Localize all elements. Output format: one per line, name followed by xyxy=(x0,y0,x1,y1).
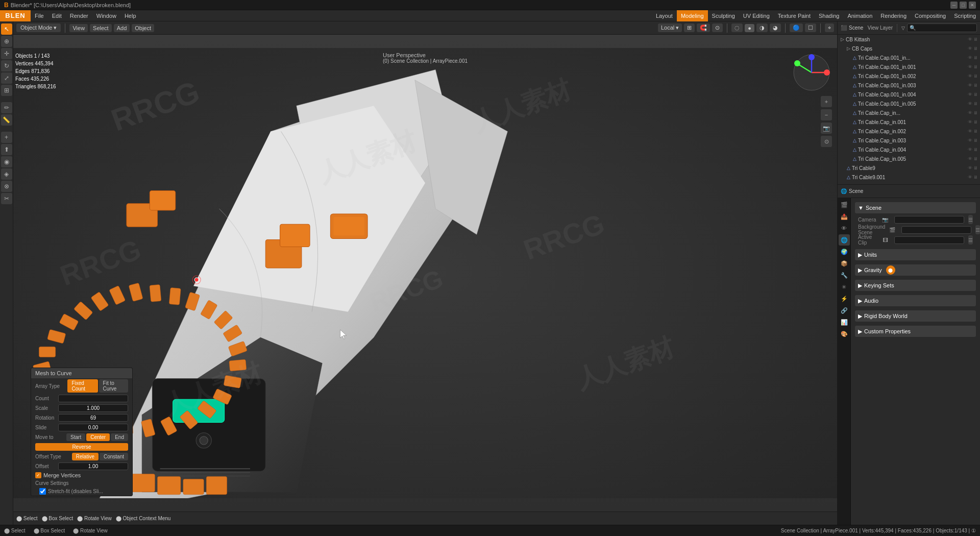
relative-btn[interactable]: Relative xyxy=(72,453,99,460)
tab-physics[interactable]: ⚡ xyxy=(839,293,850,304)
toolbar-rotate[interactable]: ↻ xyxy=(1,60,12,71)
bg-scene-input[interactable] xyxy=(901,226,971,234)
vp-local-btn[interactable]: Local ▾ xyxy=(658,23,682,32)
slide-input[interactable] xyxy=(58,424,128,431)
constant-btn[interactable]: Constant xyxy=(100,453,128,460)
center-btn[interactable]: Center xyxy=(86,433,110,441)
footer-select[interactable]: ⬤ Select xyxy=(16,516,38,521)
toolbar-scale[interactable]: ⤢ xyxy=(1,72,12,84)
camera-view-button[interactable]: 📷 xyxy=(821,123,832,134)
audio-section-header[interactable]: ▶ Audio xyxy=(855,295,976,306)
camera-browse-btn[interactable]: ☰ xyxy=(968,215,973,224)
rotation-input[interactable] xyxy=(58,414,128,422)
toolbar-bevel[interactable]: ◈ xyxy=(1,168,12,180)
toolbar-move[interactable]: ✛ xyxy=(1,48,12,59)
close-button[interactable]: ✕ xyxy=(969,2,976,9)
outliner-item[interactable]: △ Tri Cable.Cap.001_in.001 👁 🖥 xyxy=(838,62,980,71)
offset-input[interactable] xyxy=(58,462,128,470)
gravity-section-header[interactable]: ▶ Gravity ⬤ xyxy=(855,264,976,276)
tab-object[interactable]: 📦 xyxy=(839,258,850,269)
tab-particles[interactable]: ✳ xyxy=(839,281,850,293)
workspace-compositing[interactable]: Compositing xyxy=(911,10,950,21)
gravity-toggle[interactable]: ⬤ xyxy=(886,265,895,275)
workspace-layout[interactable]: Layout xyxy=(652,10,677,21)
vp-xray-btn[interactable]: ☐ xyxy=(805,23,816,32)
workspace-sculpting[interactable]: Sculpting xyxy=(708,10,739,21)
workspace-uv-editing[interactable]: UV Editing xyxy=(739,10,774,21)
menu-window[interactable]: Window xyxy=(92,10,120,21)
outliner-item[interactable]: △ Tri Cable.Cap.001_in.005 👁 🖥 xyxy=(838,99,980,108)
orbit-button[interactable]: ⊙ xyxy=(821,136,832,147)
vp-object-menu[interactable]: Object xyxy=(132,24,154,32)
outliner-item[interactable]: △ Tri Cable.Cap_in.005 👁 🖥 xyxy=(838,154,980,163)
toolbar-add[interactable]: + xyxy=(1,132,12,143)
bg-scene-browse-btn[interactable]: ☰ xyxy=(975,225,980,234)
outliner-item[interactable]: △ Tri Cable.Cap.001_in.004 👁 🖥 xyxy=(838,90,980,99)
menu-edit[interactable]: Edit xyxy=(48,10,66,21)
filter-icon[interactable]: ▽ xyxy=(901,26,905,31)
tab-modifier[interactable]: 🔧 xyxy=(839,270,850,281)
menu-render[interactable]: Render xyxy=(66,10,92,21)
active-clip-input[interactable] xyxy=(894,236,964,244)
outliner-item[interactable]: ▷ CB Kittash 👁 🖥 xyxy=(838,35,980,44)
zoom-out-button[interactable]: − xyxy=(821,109,832,120)
toolbar-loopcut[interactable]: ⊗ xyxy=(1,181,12,192)
workspace-scripting[interactable]: Scripting xyxy=(950,10,980,21)
toolbar-extrude[interactable]: ⬆ xyxy=(1,144,12,155)
vp-overlay-btn[interactable]: 🔵 xyxy=(790,23,803,32)
menu-file[interactable]: File xyxy=(31,10,48,21)
scene-section-header[interactable]: ▼ Scene xyxy=(855,202,976,213)
toolbar-inset[interactable]: ◉ xyxy=(1,156,12,167)
tab-render[interactable]: 🎬 xyxy=(839,199,850,210)
fixed-count-tab[interactable]: Fixed Count xyxy=(67,379,97,393)
maximize-button[interactable]: □ xyxy=(960,2,967,9)
status-select[interactable]: ⬤ Select xyxy=(4,528,26,533)
outliner-item[interactable]: △ Tri Cable.Cap_in.004 👁 🖥 xyxy=(838,145,980,154)
tab-constraints[interactable]: 🔗 xyxy=(839,305,850,316)
toolbar-measure[interactable]: 📏 xyxy=(1,114,12,126)
reverse-btn[interactable]: Reverse xyxy=(35,443,128,451)
viewport-canvas[interactable]: RRCG 人人素材 RRCG RRCG 人人素材 RRCG 人人素材 人人素材 … xyxy=(13,35,837,511)
footer-rotate[interactable]: ⬤ Rotate View xyxy=(77,516,112,521)
tab-output[interactable]: 📤 xyxy=(839,211,850,222)
vp-snap-btn[interactable]: 🧲 xyxy=(697,23,710,32)
toolbar-select[interactable]: ↖ xyxy=(1,23,12,35)
outliner-item[interactable]: ▷ CB Caps 👁 🖥 xyxy=(838,44,980,53)
vp-proportional-btn[interactable]: ⊙ xyxy=(712,23,723,32)
workspace-texture-paint[interactable]: Texture Paint xyxy=(774,10,815,21)
fit-to-curve-tab[interactable]: Fit to Curve xyxy=(99,379,128,393)
outliner-content[interactable]: ▷ CB Kittash 👁 🖥 ▷ CB Caps 👁 🖥 △ Tri Cab… xyxy=(838,35,980,185)
end-btn[interactable]: End xyxy=(111,433,128,441)
workspace-rendering[interactable]: Rendering xyxy=(876,10,911,21)
toolbar-transform[interactable]: ⊞ xyxy=(1,85,12,96)
vp-wireframe-btn[interactable]: ◌ xyxy=(731,23,743,32)
custom-properties-header[interactable]: ▶ Custom Properties xyxy=(855,326,976,337)
tab-scene[interactable]: 🌐 xyxy=(839,234,850,246)
vp-material-preview-btn[interactable]: ◑ xyxy=(756,23,768,32)
vp-view-menu[interactable]: View xyxy=(69,24,88,32)
keying-sets-header[interactable]: ▶ Keying Sets xyxy=(855,280,976,291)
status-box-select[interactable]: ⬤ Box Select xyxy=(34,528,65,533)
rigid-body-world-header[interactable]: ▶ Rigid Body World xyxy=(855,310,976,322)
toolbar-knife[interactable]: ✂ xyxy=(1,193,12,204)
outliner-item[interactable]: △ Tri Cable9 👁 🖥 xyxy=(838,163,980,173)
stretch-checkbox[interactable] xyxy=(39,488,46,495)
count-input[interactable] xyxy=(58,395,128,402)
menu-help[interactable]: Help xyxy=(120,10,140,21)
start-btn[interactable]: Start xyxy=(66,433,85,441)
camera-input[interactable] xyxy=(894,216,964,224)
vp-gizmo-btn[interactable]: ⌖ xyxy=(825,23,834,32)
outliner-item[interactable]: △ Tri Cable.Cap_in.003 👁 🖥 xyxy=(838,136,980,145)
outliner-item[interactable]: △ Tri Cable.Cap_in... 👁 🖥 xyxy=(838,108,980,117)
active-clip-browse-btn[interactable]: ☰ xyxy=(968,235,973,245)
tab-material[interactable]: 🎨 xyxy=(839,328,850,339)
outliner-item[interactable]: △ Tri Cable.Cap.001_in... 👁 🖥 xyxy=(838,53,980,62)
outliner-item[interactable]: △ Tri Cable.Cap.001_in.002 👁 🖥 xyxy=(838,71,980,81)
tab-view-layer[interactable]: 👁 xyxy=(839,223,850,234)
mode-selector[interactable]: Object Mode ▾ xyxy=(16,23,61,32)
units-section-header[interactable]: ▶ Units xyxy=(855,249,976,260)
outliner-item[interactable]: △ Tri Cable.Cap_in.002 👁 🖥 xyxy=(838,127,980,136)
workspace-modeling[interactable]: Modeling xyxy=(677,10,708,21)
vp-select-menu[interactable]: Select xyxy=(90,24,112,32)
outliner-item[interactable]: △ Tri Cable.Cap.001_in.003 👁 🖥 xyxy=(838,81,980,90)
